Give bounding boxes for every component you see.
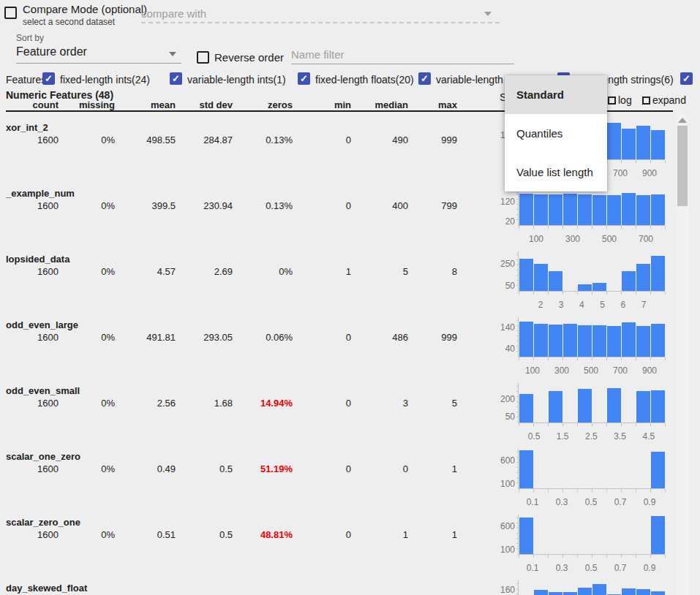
histogram-bar	[651, 452, 665, 488]
compare-with-underline	[141, 22, 500, 23]
histogram-bar	[549, 194, 562, 225]
x-axis-tick	[650, 489, 651, 492]
x-tick-label: 300	[546, 365, 578, 376]
y-axis-tick	[516, 401, 519, 402]
x-axis-tick	[665, 489, 666, 492]
y-axis-tick	[516, 391, 519, 392]
x-axis-tick	[533, 489, 534, 492]
histogram-chart: 12020100300500700	[0, 186, 700, 245]
chevron-down-icon[interactable]	[484, 12, 492, 16]
y-tick-label: 50	[487, 412, 515, 422]
x-axis-tick	[592, 489, 592, 492]
chevron-down-icon[interactable]	[169, 52, 176, 56]
histogram-bar	[534, 264, 548, 291]
feature-type-checkbox[interactable]: ✓	[170, 72, 182, 85]
x-axis-tick	[577, 423, 578, 426]
x-axis-tick	[621, 423, 622, 426]
histogram-bar	[622, 193, 636, 225]
y-axis-tick	[516, 406, 519, 407]
histogram-bar	[519, 194, 533, 225]
menu-item-standard[interactable]: Standard	[505, 75, 607, 114]
x-tick-label: 100	[516, 365, 549, 376]
histogram-plot	[518, 580, 665, 595]
feature-type-label: fixed-length floats(20)	[315, 74, 414, 86]
menu-item-value-list-length[interactable]: Value list length	[505, 153, 607, 192]
x-tick-label: 0.7	[604, 497, 636, 507]
menu-item-quantiles[interactable]: Quantiles	[505, 114, 607, 153]
name-filter-input[interactable]	[291, 47, 514, 64]
reverse-order-checkbox[interactable]	[197, 51, 209, 64]
compare-with-select[interactable]: compare with	[141, 7, 206, 20]
histogram-bar	[519, 322, 533, 357]
histogram-bar	[549, 271, 562, 291]
feature-type-checkbox[interactable]: ✓	[680, 72, 693, 85]
log-label: log	[618, 94, 632, 106]
histogram-chart: 160	[0, 580, 700, 595]
scrollbar-up-arrow-icon[interactable]	[678, 118, 687, 123]
x-axis-tick	[519, 489, 519, 492]
feature-type-checkbox[interactable]: ✓	[42, 72, 55, 85]
x-axis-tick	[548, 555, 549, 558]
histogram-bar	[622, 129, 636, 159]
feature-type-label: variable-length ints(1)	[187, 74, 286, 86]
y-axis-tick	[516, 482, 519, 483]
feature-row: scalar_one_zero16000%0.490.551.19%001600…	[0, 442, 700, 508]
y-axis-tick	[516, 462, 519, 463]
x-axis-tick	[533, 357, 534, 360]
sort-select-underline	[16, 63, 181, 64]
feature-type-checkbox[interactable]: ✓	[298, 72, 310, 85]
y-axis-tick	[516, 594, 519, 594]
x-tick-label: 0.9	[633, 563, 666, 573]
sort-by-select[interactable]: Feature order	[16, 45, 87, 58]
x-axis-tick	[636, 292, 636, 295]
chart-type-menu: StandardQuantilesValue list length	[505, 75, 607, 192]
x-axis-tick	[592, 555, 592, 558]
y-axis-tick	[516, 396, 519, 397]
histogram-bar	[534, 324, 548, 357]
x-axis-tick	[548, 423, 549, 426]
x-axis-tick	[592, 423, 592, 426]
compare-mode-checkbox[interactable]	[4, 7, 17, 19]
x-axis-tick	[665, 555, 666, 558]
x-axis-tick	[562, 226, 563, 229]
histogram-bar	[519, 518, 533, 554]
y-axis-tick	[516, 467, 519, 468]
histogram-bar	[519, 450, 533, 488]
y-axis-tick	[516, 417, 519, 417]
histogram-bar	[651, 591, 665, 595]
y-axis-tick	[516, 285, 519, 286]
x-tick-label: 100	[520, 234, 552, 244]
sort-by-label: Sort by	[16, 33, 44, 43]
scrollbar-thumb[interactable]	[677, 126, 688, 206]
x-axis-tick	[650, 357, 651, 360]
x-axis-tick	[636, 555, 636, 558]
x-axis-tick	[665, 160, 666, 163]
feature-type-label: fixed-length ints(24)	[60, 74, 150, 86]
histogram-chart: 6001000.10.30.50.70.9	[0, 515, 700, 574]
y-axis-tick	[516, 254, 519, 255]
y-axis-tick	[516, 219, 519, 220]
y-axis-tick	[516, 194, 519, 194]
histogram-bar	[549, 391, 562, 422]
histogram-plot	[518, 383, 665, 423]
x-tick-label: 700	[604, 365, 636, 376]
expand-checkbox[interactable]	[642, 96, 650, 105]
x-tick-label: 0.7	[604, 563, 636, 573]
x-tick-label: 0.5	[518, 431, 550, 441]
y-axis-tick	[516, 204, 519, 205]
histogram-bar	[578, 325, 592, 357]
histogram-bar	[651, 130, 665, 159]
x-axis-tick	[606, 292, 607, 295]
y-axis-tick	[516, 523, 519, 523]
x-axis-tick	[621, 555, 622, 558]
x-axis-tick	[548, 489, 549, 492]
y-axis-tick	[516, 214, 519, 215]
log-checkbox[interactable]	[608, 96, 616, 105]
histogram-bar	[607, 195, 621, 225]
column-header: max	[377, 99, 457, 110]
y-axis-tick	[516, 270, 519, 270]
x-axis-tick	[621, 292, 622, 295]
y-axis-tick	[516, 259, 519, 260]
feature-type-checkbox[interactable]: ✓	[418, 72, 431, 85]
histogram-bar	[607, 123, 621, 159]
